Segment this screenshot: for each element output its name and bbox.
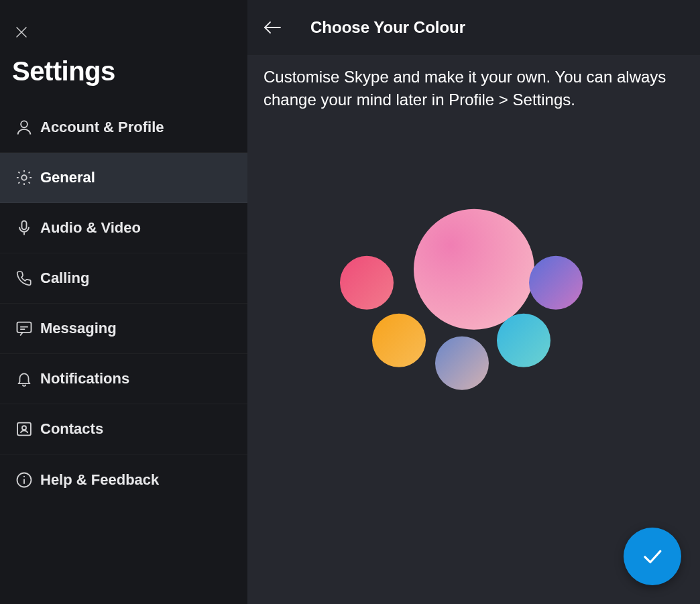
svg-point-1: [21, 175, 26, 180]
main-header-title: Choose Your Colour: [310, 18, 465, 37]
sidebar-item-help-feedback[interactable]: Help & Feedback: [0, 455, 247, 505]
svg-point-5: [22, 426, 26, 430]
arrow-left-icon: [263, 20, 282, 35]
colour-option-pink[interactable]: [414, 208, 534, 329]
sidebar-item-label: Account & Profile: [40, 119, 164, 136]
info-icon: [8, 471, 40, 489]
back-button[interactable]: [261, 16, 284, 39]
sidebar-item-audio-video[interactable]: Audio & Video: [0, 203, 247, 253]
sidebar-item-label: Audio & Video: [40, 219, 141, 237]
sidebar-item-label: Notifications: [40, 370, 129, 387]
close-button[interactable]: [12, 23, 31, 42]
check-icon: [640, 544, 665, 569]
sidebar-title: Settings: [12, 56, 247, 86]
main-description: Customise Skype and make it your own. Yo…: [247, 55, 700, 111]
colour-option-red[interactable]: [340, 255, 394, 309]
sidebar-item-contacts[interactable]: Contacts: [0, 404, 247, 455]
chat-icon: [8, 319, 40, 338]
sidebar-item-label: Messaging: [40, 320, 117, 337]
sidebar-item-label: General: [40, 169, 95, 186]
sidebar-item-general[interactable]: General: [0, 153, 247, 203]
settings-sidebar: Settings Account & Profile General Audio…: [0, 0, 247, 604]
svg-rect-2: [22, 221, 27, 230]
sidebar-item-account-profile[interactable]: Account & Profile: [0, 103, 247, 153]
sidebar-item-label: Help & Feedback: [40, 471, 159, 489]
bell-icon: [8, 370, 40, 387]
close-icon: [15, 25, 28, 39]
sidebar-item-notifications[interactable]: Notifications: [0, 354, 247, 404]
sidebar-item-calling[interactable]: Calling: [0, 253, 247, 304]
phone-icon: [8, 269, 40, 287]
main-header: Choose Your Colour: [247, 0, 700, 55]
sidebar-item-label: Calling: [40, 269, 89, 287]
confirm-button[interactable]: [624, 528, 681, 585]
colour-option-teal[interactable]: [497, 313, 550, 367]
sidebar-item-label: Contacts: [40, 420, 103, 438]
colour-palette: [340, 203, 608, 418]
contacts-icon: [8, 420, 40, 438]
main-content: Choose Your Colour Customise Skype and m…: [247, 0, 700, 604]
svg-point-8: [23, 475, 25, 477]
gear-icon: [8, 168, 40, 187]
colour-option-slate[interactable]: [435, 336, 489, 389]
settings-nav: Account & Profile General Audio & Video …: [0, 103, 247, 505]
svg-rect-4: [17, 423, 31, 436]
svg-point-0: [21, 121, 27, 127]
sidebar-item-messaging[interactable]: Messaging: [0, 304, 247, 354]
colour-option-purple[interactable]: [529, 255, 583, 309]
account-icon: [8, 118, 40, 137]
colour-option-orange[interactable]: [372, 313, 426, 367]
microphone-icon: [8, 219, 40, 237]
